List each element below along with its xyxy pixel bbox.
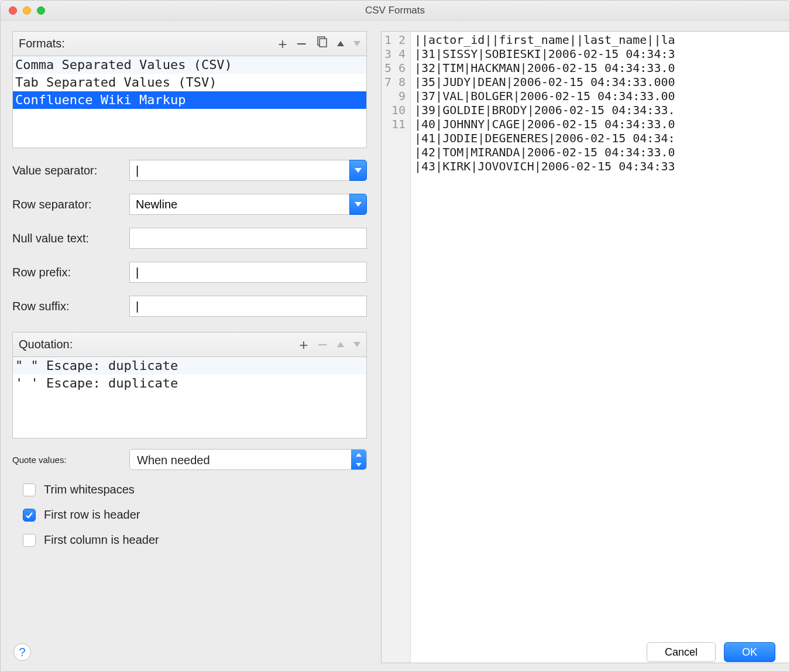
preview-gutter: 1 2 3 4 5 6 7 8 9 10 11 — [382, 32, 411, 663]
first-col-header-label: First column is header — [44, 533, 159, 547]
svg-marker-3 — [355, 202, 362, 207]
quotation-list[interactable]: " " Escape: duplicate' ' Escape: duplica… — [12, 356, 367, 438]
svg-marker-2 — [355, 168, 362, 173]
quotation-panel-header: Quotation: + − — [12, 332, 367, 356]
preview-pane: 1 2 3 4 5 6 7 8 9 10 11 ||actor_id||firs… — [381, 31, 790, 663]
trim-whitespaces-row[interactable]: Trim whitespaces — [23, 483, 367, 496]
trim-whitespaces-label: Trim whitespaces — [44, 483, 135, 496]
svg-rect-1 — [320, 39, 327, 47]
window-title: CSV Formats — [1, 5, 789, 16]
first-col-header-row[interactable]: First column is header — [23, 533, 367, 547]
first-row-header-checkbox[interactable] — [23, 509, 36, 522]
null-text-input[interactable] — [129, 228, 367, 249]
preview-code: ||actor_id||first_name||last_name||la |3… — [411, 32, 790, 663]
ok-button[interactable]: OK — [724, 642, 775, 662]
zoom-window-button[interactable] — [37, 6, 45, 15]
quote-values-select[interactable]: When needed — [129, 449, 367, 470]
add-quotation-button[interactable]: + — [299, 337, 308, 352]
quotation-label: Quotation: — [19, 338, 73, 351]
row-separator-field[interactable] — [129, 194, 367, 215]
value-separator-label: Value separator: — [12, 164, 129, 177]
row-suffix-label: Row suffix: — [12, 300, 129, 313]
add-format-button[interactable]: + — [278, 36, 287, 52]
row-prefix-input[interactable] — [129, 262, 367, 283]
window-controls — [9, 6, 45, 15]
minimize-window-button[interactable] — [23, 6, 31, 15]
move-up-button[interactable] — [337, 41, 344, 46]
format-list-item[interactable]: Comma Separated Values (CSV) — [13, 56, 366, 74]
format-list-item[interactable]: Confluence Wiki Markup — [13, 91, 366, 109]
svg-marker-4 — [356, 453, 362, 457]
row-suffix-input[interactable] — [129, 296, 367, 317]
first-row-header-row[interactable]: First row is header — [23, 508, 367, 522]
copy-format-button[interactable] — [316, 36, 328, 51]
value-separator-field[interactable] — [129, 160, 367, 181]
trim-whitespaces-checkbox[interactable] — [23, 484, 36, 496]
value-separator-dropdown-button[interactable] — [349, 160, 367, 181]
format-list-item[interactable]: Tab Separated Values (TSV) — [13, 74, 366, 91]
quote-values-label: Quote values: — [12, 455, 129, 465]
formats-list[interactable]: Comma Separated Values (CSV)Tab Separate… — [12, 56, 367, 148]
remove-quotation-button[interactable]: − — [317, 336, 328, 354]
close-window-button[interactable] — [9, 6, 17, 15]
quotation-move-down-button[interactable] — [353, 342, 360, 347]
first-col-header-checkbox[interactable] — [23, 534, 36, 547]
titlebar: CSV Formats — [1, 1, 789, 20]
quote-values-value: When needed — [130, 450, 351, 469]
quotation-move-up-button[interactable] — [337, 342, 344, 347]
null-text-label: Null value text: — [12, 232, 129, 245]
row-prefix-label: Row prefix: — [12, 266, 129, 279]
move-down-button[interactable] — [353, 41, 360, 46]
help-button[interactable]: ? — [13, 643, 31, 661]
row-separator-input[interactable] — [129, 194, 349, 215]
formats-panel-header: Formats: + − — [12, 31, 367, 56]
quote-values-stepper[interactable] — [351, 450, 366, 469]
formats-label: Formats: — [19, 37, 65, 50]
quotation-list-item[interactable]: " " Escape: duplicate — [13, 357, 366, 375]
quotation-list-item[interactable]: ' ' Escape: duplicate — [13, 375, 366, 392]
cancel-button[interactable]: Cancel — [647, 642, 716, 662]
row-separator-dropdown-button[interactable] — [349, 194, 367, 215]
dialog-window: CSV Formats Formats: + − Comma Separated… — [0, 0, 790, 672]
value-separator-input[interactable] — [129, 160, 349, 181]
row-separator-label: Row separator: — [12, 198, 129, 211]
remove-format-button[interactable]: − — [296, 35, 307, 53]
first-row-header-label: First row is header — [44, 508, 140, 522]
svg-marker-5 — [356, 463, 362, 467]
